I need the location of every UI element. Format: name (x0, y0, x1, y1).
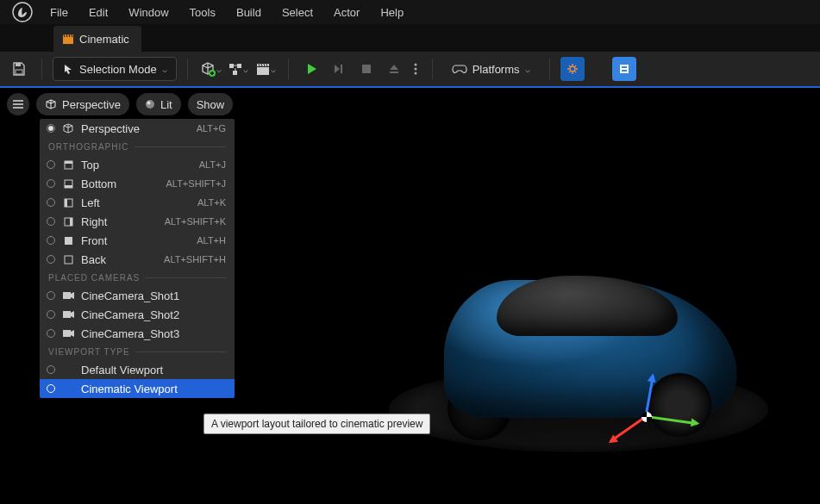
svg-point-0 (13, 3, 32, 22)
chevron-down-icon: ⌵ (525, 65, 530, 74)
square-left-icon (62, 196, 74, 208)
tab-cinematic[interactable]: Cinematic (53, 26, 141, 52)
cube-icon (45, 98, 57, 110)
view-option-right[interactable]: Right ALT+SHIFT+K (40, 212, 235, 231)
chevron-down-icon: ⌵ (216, 65, 222, 74)
svg-rect-4 (16, 70, 22, 74)
settings-button[interactable] (560, 57, 585, 81)
platforms-button[interactable]: Platforms ⌵ (443, 57, 539, 81)
svg-rect-18 (622, 70, 627, 72)
node-icon (228, 61, 243, 77)
tab-bar: Cinematic (0, 24, 820, 52)
menu-help[interactable]: Help (370, 1, 414, 24)
view-option-back[interactable]: Back ALT+SHIFT+H (40, 250, 235, 269)
section-orthographic: ORTHOGRAPHIC (40, 138, 235, 155)
axis-z (645, 376, 654, 417)
tab-label: Cinematic (79, 33, 129, 46)
tooltip: A viewport layout tailored to cinematic … (203, 414, 430, 434)
square-top-icon (62, 159, 74, 171)
viewport-menu-button[interactable] (7, 93, 29, 115)
transform-gizmo (637, 358, 706, 426)
clapperboard-icon (62, 33, 74, 45)
camera-option-shot1[interactable]: CineCamera_Shot1 (40, 286, 235, 305)
cube-plus-icon (199, 60, 216, 78)
svg-rect-30 (65, 256, 72, 264)
menu-bar: File Edit Window Tools Build Select Acto… (0, 0, 820, 24)
menu-window[interactable]: Window (118, 1, 178, 24)
viewport-type-default[interactable]: Default Viewport (40, 360, 235, 379)
svg-rect-29 (65, 237, 72, 245)
view-option-perspective[interactable]: Perspective ALT+G (40, 119, 235, 138)
menu-edit[interactable]: Edit (78, 1, 118, 24)
stop-icon (360, 63, 372, 75)
square-front-icon (62, 234, 74, 246)
stop-button[interactable] (354, 57, 379, 81)
chevron-down-icon: ⌵ (243, 65, 248, 74)
skip-button[interactable] (327, 57, 351, 81)
axis-y (610, 415, 647, 442)
viewport-type-cinematic[interactable]: Cinematic Viewport (40, 379, 235, 398)
clapper-icon (255, 61, 271, 77)
separator (288, 59, 289, 79)
chevron-down-icon: ⌵ (162, 65, 167, 74)
svg-rect-22 (65, 161, 72, 164)
menu-file[interactable]: File (40, 1, 78, 24)
square-back-icon (62, 253, 74, 265)
unreal-logo-icon (12, 2, 33, 22)
blueprint-button[interactable]: ⌵ (226, 57, 250, 81)
svg-rect-9 (257, 67, 269, 75)
view-option-left[interactable]: Left ALT+K (40, 193, 235, 212)
menu-tools[interactable]: Tools (179, 1, 226, 24)
view-dropdown: Perspective ALT+G ORTHOGRAPHIC Top ALT+J… (40, 119, 235, 398)
viewport-toolbar: Perspective Lit Show (7, 93, 233, 115)
cube-icon (62, 122, 74, 134)
show-button[interactable]: Show (188, 93, 234, 115)
separator (549, 59, 550, 79)
app-logo (5, 2, 40, 22)
add-tools-group: ⌵ ⌵ ⌵ (198, 57, 278, 81)
play-controls (299, 57, 422, 81)
svg-point-13 (414, 68, 416, 71)
svg-rect-33 (63, 330, 71, 337)
svg-rect-24 (65, 185, 72, 188)
square-right-icon (62, 215, 74, 227)
marketplace-button[interactable] (612, 57, 636, 81)
separator (41, 59, 42, 79)
add-content-button[interactable]: ⌵ (198, 57, 222, 81)
play-button[interactable] (299, 57, 323, 81)
hamburger-icon (12, 99, 24, 109)
platforms-label: Platforms (473, 63, 520, 76)
camera-option-shot2[interactable]: CineCamera_Shot2 (40, 305, 235, 324)
camera-icon (62, 327, 74, 339)
view-option-bottom[interactable]: Bottom ALT+SHIFT+J (40, 174, 235, 193)
view-option-top[interactable]: Top ALT+J (40, 155, 235, 174)
controller-icon (452, 63, 467, 75)
save-icon (11, 61, 27, 77)
cursor-icon (62, 63, 74, 75)
view-option-front[interactable]: Front ALT+H (40, 231, 235, 250)
menu-build[interactable]: Build (226, 1, 272, 24)
svg-rect-3 (16, 63, 21, 66)
svg-rect-17 (622, 66, 627, 68)
lit-button[interactable]: Lit (136, 93, 181, 115)
cinematics-button[interactable]: ⌵ (254, 57, 278, 81)
save-button[interactable] (7, 57, 31, 81)
svg-rect-28 (70, 218, 72, 226)
skip-icon (332, 62, 346, 76)
chevron-down-icon: ⌵ (271, 65, 276, 74)
svg-point-15 (570, 66, 575, 72)
store-icon (618, 63, 630, 75)
selection-mode-button[interactable]: Selection Mode ⌵ (53, 57, 177, 81)
camera-icon (62, 308, 74, 320)
svg-point-19 (146, 100, 154, 109)
eject-button[interactable] (382, 57, 406, 81)
svg-rect-31 (63, 292, 71, 299)
perspective-label: Perspective (62, 98, 121, 111)
viewport-content (354, 228, 803, 504)
camera-option-shot3[interactable]: CineCamera_Shot3 (40, 324, 235, 343)
menu-actor[interactable]: Actor (323, 1, 370, 24)
eject-icon (388, 63, 400, 75)
menu-select[interactable]: Select (272, 1, 323, 24)
play-options-button[interactable] (410, 57, 422, 81)
perspective-button[interactable]: Perspective (36, 93, 129, 115)
